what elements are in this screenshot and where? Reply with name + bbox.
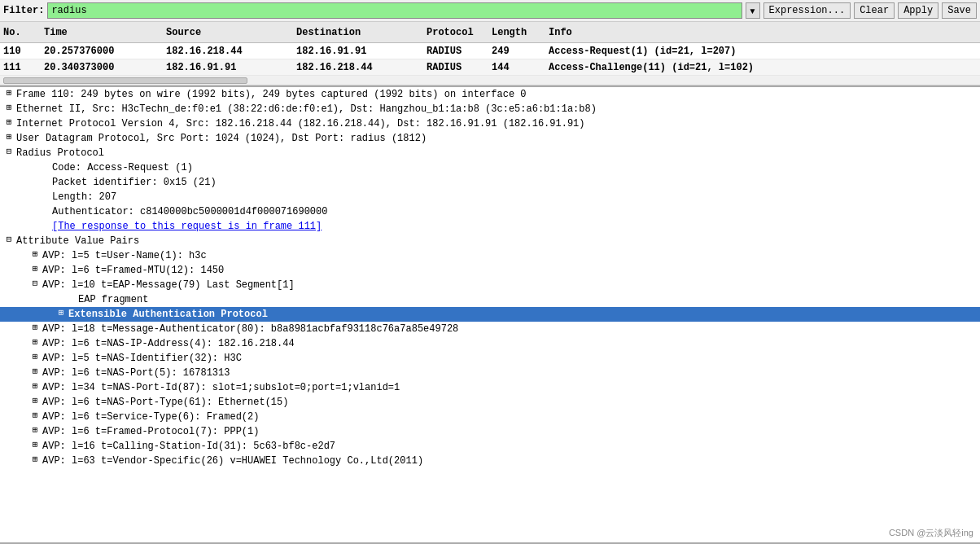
detail-row[interactable]: ⊞Extensible Authentication Protocol — [0, 307, 980, 322]
expand-icon[interactable]: ⊞ — [29, 410, 41, 421]
expression-button[interactable]: Expression... — [763, 2, 851, 19]
watermark: CSDN @云淡风轻ing — [889, 527, 973, 539]
detail-row[interactable]: Length: 207 — [0, 190, 980, 204]
expand-icon[interactable]: ⊞ — [29, 351, 41, 362]
detail-text: AVP: l=10 t=EAP-Message(79) Last Segment… — [42, 278, 977, 292]
cell-protocol: RADIUS — [427, 46, 492, 57]
detail-row[interactable]: ⊞AVP: l=6 t=Service-Type(6): Framed(2) — [0, 410, 980, 424]
detail-row[interactable]: ⊞AVP: l=18 t=Message-Authenticator(80): … — [0, 322, 980, 336]
cell-destination: 182.16.218.44 — [296, 62, 427, 73]
col-header-no: No. — [3, 27, 44, 38]
scrollbar-thumb[interactable] — [3, 77, 247, 84]
filter-dropdown-button[interactable]: ▼ — [746, 2, 760, 19]
detail-row[interactable]: ⊞User Datagram Protocol, Src Port: 1024 … — [0, 131, 980, 146]
detail-text: Attribute Value Pairs — [16, 234, 977, 248]
col-header-source: Source — [166, 27, 296, 38]
detail-text: AVP: l=5 t=User-Name(1): h3c — [42, 248, 977, 263]
packet-list-header: No. Time Source Destination Protocol Len… — [0, 22, 980, 43]
detail-text: AVP: l=5 t=NAS-Identifier(32): H3C — [42, 351, 977, 366]
detail-text: Authenticator: c8140000bc5000001d4f00007… — [52, 204, 977, 219]
clear-button[interactable]: Clear — [854, 2, 895, 19]
save-button[interactable]: Save — [942, 2, 977, 19]
cell-length: 249 — [492, 46, 549, 57]
collapse-icon[interactable]: ⊟ — [3, 234, 15, 245]
horizontal-scrollbar[interactable] — [0, 76, 980, 86]
detail-text: AVP: l=6 t=NAS-Port-Type(61): Ethernet(1… — [42, 395, 977, 410]
apply-button[interactable]: Apply — [898, 2, 938, 19]
collapse-icon[interactable]: ⊟ — [3, 146, 15, 157]
expand-icon[interactable]: ⊞ — [3, 87, 15, 99]
detail-row[interactable]: [The response to this request is in fram… — [0, 219, 980, 234]
detail-row[interactable]: Code: Access-Request (1) — [0, 160, 980, 175]
detail-text: Length: 207 — [52, 190, 977, 204]
expand-icon[interactable]: ⊞ — [3, 131, 15, 143]
packet-detail: ⊞Frame 110: 249 bytes on wire (1992 bits… — [0, 87, 980, 544]
detail-text: AVP: l=16 t=Calling-Station-Id(31): 5c63… — [42, 439, 977, 454]
detail-link-text[interactable]: [The response to this request is in fram… — [52, 219, 977, 234]
detail-text: Extensible Authentication Protocol — [68, 307, 977, 322]
expand-icon[interactable]: ⊞ — [29, 336, 41, 348]
detail-row[interactable]: ⊞AVP: l=6 t=Framed-MTU(12): 1450 — [0, 263, 980, 278]
expand-icon[interactable]: ⊞ — [3, 116, 15, 128]
detail-text: Radius Protocol — [16, 146, 977, 160]
detail-row[interactable]: ⊞Ethernet II, Src: H3cTechn_de:f0:e1 (38… — [0, 102, 980, 116]
detail-row[interactable]: ⊞Frame 110: 249 bytes on wire (1992 bits… — [0, 87, 980, 102]
detail-text: Ethernet II, Src: H3cTechn_de:f0:e1 (38:… — [16, 102, 977, 116]
detail-row[interactable]: ⊞AVP: l=6 t=NAS-Port-Type(61): Ethernet(… — [0, 395, 980, 410]
detail-text: Internet Protocol Version 4, Src: 182.16… — [16, 116, 977, 131]
detail-text: AVP: l=6 t=NAS-Port(5): 16781313 — [42, 366, 977, 380]
expand-icon[interactable]: ⊞ — [29, 380, 41, 392]
detail-text: AVP: l=63 t=Vendor-Specific(26) v=HUAWEI… — [42, 454, 977, 468]
detail-row[interactable]: ⊞AVP: l=5 t=NAS-Identifier(32): H3C — [0, 351, 980, 366]
table-row[interactable]: 110 20.257376000 182.16.218.44 182.16.91… — [0, 43, 980, 59]
detail-row[interactable]: ⊞AVP: l=16 t=Calling-Station-Id(31): 5c6… — [0, 439, 980, 454]
detail-row[interactable]: EAP fragment — [0, 292, 980, 307]
expand-icon[interactable]: ⊞ — [29, 322, 41, 333]
detail-row[interactable]: ⊞AVP: l=6 t=NAS-Port(5): 16781313 — [0, 366, 980, 380]
detail-row[interactable]: ⊟Attribute Value Pairs — [0, 234, 980, 248]
collapse-icon[interactable]: ⊟ — [29, 278, 41, 289]
cell-info: Access-Challenge(11) (id=21, l=102) — [549, 62, 977, 73]
detail-row[interactable]: ⊞AVP: l=63 t=Vendor-Specific(26) v=HUAWE… — [0, 454, 980, 468]
cell-source: 182.16.218.44 — [166, 46, 296, 57]
detail-row[interactable]: Packet identifier: 0x15 (21) — [0, 175, 980, 190]
cell-protocol: RADIUS — [427, 62, 492, 73]
detail-text: AVP: l=34 t=NAS-Port-Id(87): slot=1;subs… — [42, 380, 977, 395]
cell-no: 111 — [3, 62, 44, 73]
detail-row[interactable]: ⊞Internet Protocol Version 4, Src: 182.1… — [0, 116, 980, 131]
cell-time: 20.257376000 — [44, 46, 166, 57]
expand-icon[interactable]: ⊞ — [29, 366, 41, 377]
expand-icon[interactable]: ⊞ — [29, 248, 41, 260]
detail-row[interactable]: ⊟Radius Protocol — [0, 146, 980, 160]
detail-row[interactable]: Authenticator: c8140000bc5000001d4f00007… — [0, 204, 980, 219]
table-row[interactable]: 111 20.340373000 182.16.91.91 182.16.218… — [0, 59, 980, 76]
detail-row[interactable]: ⊞AVP: l=34 t=NAS-Port-Id(87): slot=1;sub… — [0, 380, 980, 395]
expand-icon[interactable]: ⊞ — [3, 102, 15, 113]
expand-icon[interactable]: ⊞ — [29, 424, 41, 436]
filter-input[interactable] — [47, 2, 742, 19]
expand-icon[interactable]: ⊞ — [29, 263, 41, 274]
expand-icon[interactable]: ⊞ — [55, 307, 67, 318]
cell-source: 182.16.91.91 — [166, 62, 296, 73]
cell-no: 110 — [3, 46, 44, 57]
detail-text: AVP: l=6 t=Framed-Protocol(7): PPP(1) — [42, 424, 977, 439]
col-header-length: Length — [492, 27, 549, 38]
detail-row[interactable]: ⊞AVP: l=6 t=NAS-IP-Address(4): 182.16.21… — [0, 336, 980, 351]
col-header-destination: Destination — [296, 27, 427, 38]
detail-text: Code: Access-Request (1) — [52, 160, 977, 175]
col-header-protocol: Protocol — [427, 27, 492, 38]
detail-text: AVP: l=6 t=NAS-IP-Address(4): 182.16.218… — [42, 336, 977, 351]
detail-text: Frame 110: 249 bytes on wire (1992 bits)… — [16, 87, 977, 102]
detail-row[interactable]: ⊟AVP: l=10 t=EAP-Message(79) Last Segmen… — [0, 278, 980, 292]
detail-text: Packet identifier: 0x15 (21) — [52, 175, 977, 190]
cell-length: 144 — [492, 62, 549, 73]
detail-text: AVP: l=6 t=Framed-MTU(12): 1450 — [42, 263, 977, 278]
expand-icon[interactable]: ⊞ — [29, 439, 41, 450]
filter-bar: Filter: ▼ Expression... Clear Apply Save — [0, 0, 980, 22]
cell-time: 20.340373000 — [44, 62, 166, 73]
expand-icon[interactable]: ⊞ — [29, 454, 41, 465]
detail-row[interactable]: ⊞AVP: l=5 t=User-Name(1): h3c — [0, 248, 980, 263]
expand-icon[interactable]: ⊞ — [29, 395, 41, 406]
detail-row[interactable]: ⊞AVP: l=6 t=Framed-Protocol(7): PPP(1) — [0, 424, 980, 439]
detail-text: EAP fragment — [78, 292, 977, 307]
